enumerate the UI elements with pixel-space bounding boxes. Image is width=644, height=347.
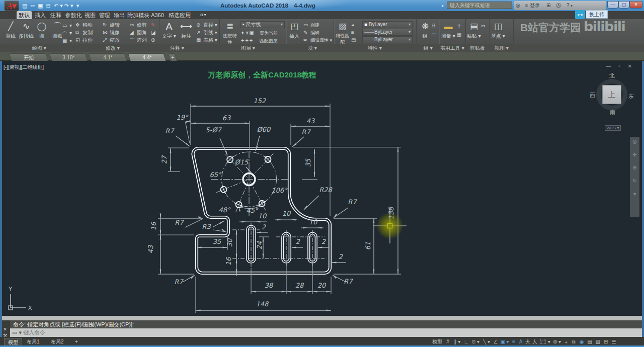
ribbon-tab-9[interactable]: A360 (150, 11, 165, 19)
viewcube-west[interactable]: 西 (590, 92, 595, 99)
nav-more-icon[interactable]: ▾ (630, 191, 639, 204)
ribbon-tab-3[interactable]: 注释 (49, 11, 63, 19)
view-base-tool[interactable]: ◫基点 ▾ (491, 21, 505, 40)
layout-tab-布局1[interactable]: 布局1 (23, 338, 43, 346)
panel-label-6[interactable]: 特性 ▾ (360, 45, 390, 52)
modify-tool-1[interactable]: ✥移动 (75, 21, 93, 29)
measure-tool[interactable]: ▬测量 ▾ (441, 21, 456, 40)
annotation-dim-tool[interactable]: ⟷标注 (178, 21, 194, 40)
panel-label-9[interactable]: 剪贴板 (468, 45, 487, 52)
layer-properties-tool[interactable]: ≣图层特性 (221, 21, 238, 46)
draw-ellipse-tool[interactable]: ◠▾ (62, 29, 72, 37)
viewcube-north[interactable]: 北 (609, 72, 615, 79)
modify-extra-2[interactable]: ◪ (151, 29, 158, 36)
modify-tool-8[interactable]: ◢圆角 (130, 29, 147, 36)
close-button[interactable]: ✕ (629, 1, 642, 9)
prop-ltype-icon[interactable]: ▤ (351, 36, 358, 44)
layer-row-1[interactable]: ✦☀▣置为当前 (240, 29, 278, 37)
bylayer-dropdown-2[interactable]: ——ByLayer▾ (362, 29, 413, 36)
nav-zoom-icon[interactable]: ⊕ (630, 165, 639, 178)
group-tool[interactable]: ❋组 (419, 21, 432, 40)
modify-extra-3[interactable]: ⊕ (151, 36, 158, 44)
layer-row-2[interactable]: ✦✦✦匹配图层 (240, 37, 278, 44)
ribbon-tab-10[interactable]: 精选应用 (166, 11, 194, 19)
property-match-tool[interactable]: ▨特性匹配 (335, 21, 350, 46)
prop-lines-icon[interactable]: ≡ (351, 29, 358, 36)
app-logo-icon[interactable]: A▾ (4, 1, 19, 11)
modify-tool-3[interactable]: ◱拉伸 (75, 36, 93, 44)
file-tab-4-1*[interactable]: 4-1* (89, 53, 127, 61)
status-icon-4[interactable]: ∟ (463, 338, 470, 346)
bilibili-icon[interactable]: ⊶ (575, 10, 585, 19)
status-icon-10[interactable]: A (517, 338, 524, 346)
modify-tool-4[interactable]: ↻旋转 (103, 21, 120, 29)
modify-tool-5[interactable]: ⋈镜像 (103, 29, 120, 36)
status-icon-13[interactable]: 1:1 ▾ (538, 338, 551, 346)
panel-label-5[interactable]: 块 ▾ (297, 45, 328, 52)
drawing-window-buttons[interactable]: — ▫ ✕ (606, 63, 635, 69)
modify-tool-9[interactable]: ⬚阵列 (130, 36, 147, 44)
status-icon-17[interactable]: ◉ (578, 338, 586, 346)
search-expand-icon[interactable]: ▸ (442, 3, 444, 8)
status-icon-16[interactable]: ⧉ (570, 338, 578, 346)
annotation-small-2[interactable]: ↗引线 ▾ (196, 29, 217, 36)
panel-label-3[interactable]: 注释 ▾ (162, 45, 192, 52)
panel-label-4[interactable]: 图层 ▾ (233, 45, 263, 52)
clip-extra-1[interactable]: ✂ (481, 22, 488, 30)
status-icon-8[interactable]: ▣ ▾ (499, 338, 510, 346)
status-icon-18[interactable]: ▤ (586, 338, 594, 346)
file-tab-3-10*[interactable]: 3-10* (49, 53, 88, 61)
draw-rect-tool[interactable]: ▭▾ (62, 22, 72, 29)
panel-label-8[interactable]: 实用工具 ▾ (437, 45, 467, 52)
ribbon-tab-7[interactable]: 输出 (112, 11, 126, 19)
annotation-small-3[interactable]: ▦表格 ▾ (196, 36, 217, 44)
layout-tab-模型[interactable]: 模型 (4, 338, 22, 346)
binoculars-icon[interactable]: ◎ (516, 3, 520, 8)
view-cube[interactable]: 上 (596, 79, 627, 110)
block-row-1[interactable]: ▭创建 (303, 21, 319, 29)
status-icon-15[interactable]: ＋ (562, 338, 570, 346)
block-row-2[interactable]: ✎编辑 (303, 29, 319, 36)
status-icon-6[interactable]: ╲ ▾ (481, 338, 492, 346)
viewcube-south[interactable]: 南 (610, 109, 615, 116)
file-tab-4-4*[interactable]: 4-4* (128, 53, 167, 61)
viewport-controls[interactable]: [-][俯视][二维线框] (4, 64, 44, 71)
status-icon-14[interactable]: ⊛ ▾ (551, 338, 562, 346)
cart-icon[interactable]: ⊞ (546, 3, 550, 8)
ribbon-tab-4[interactable]: 参数化 (64, 11, 83, 19)
draw-tool-3[interactable]: ◯圆 (34, 21, 49, 40)
status-icon-5[interactable]: ⊙ ▾ (470, 338, 481, 346)
annotation-small-1[interactable]: ⊘直径 ▾ (196, 21, 217, 29)
quick-access-toolbar[interactable]: ▤ ▱ ▣ ⊟ ↶ ▾ ↷ ▾ ▾ (22, 2, 79, 9)
panel-label-2[interactable]: 修改 ▾ (98, 45, 128, 52)
draw-tool-1[interactable]: ╱直线 (3, 21, 18, 40)
drawing-canvas[interactable]: 1526319°43R7R75-Ø7Ø60Ø15273565°106°48°45… (0, 61, 644, 317)
modify-extra-1[interactable]: ✎ (151, 21, 158, 29)
status-icon-2[interactable]: # (444, 338, 452, 346)
status-icon-19[interactable]: ▧ (594, 338, 602, 346)
search-input[interactable]: 键入关键字或短语 (447, 2, 512, 9)
modify-tool-2[interactable]: ⧉复制 (75, 29, 93, 36)
login-label[interactable]: 登录 (530, 3, 540, 8)
annotation-text-tool[interactable]: A文字 ▾ (161, 21, 177, 40)
new-tab-button[interactable]: + (168, 53, 178, 61)
viewcube-face[interactable]: 上 (602, 85, 621, 104)
util-extra-1[interactable]: ✛ (457, 22, 464, 30)
status-icon-1[interactable]: 模型 (431, 338, 444, 346)
maximize-button[interactable]: ▢ (618, 1, 629, 9)
layout-tab-布局2[interactable]: 布局2 (47, 338, 67, 346)
util-extra-2[interactable]: ▦ (457, 31, 464, 39)
minimize-button[interactable]: — (607, 1, 618, 9)
layer-dropdown[interactable]: ▪ 尺寸线▾ (240, 21, 285, 28)
ribbon-tab-5[interactable]: 视图 (84, 11, 97, 19)
ribbon-tab-6[interactable]: 管理 (98, 11, 111, 19)
nav-wheel-icon[interactable]: ◎ (630, 139, 639, 152)
modify-tool-6[interactable]: ⤢缩放 (103, 36, 120, 44)
user-icon[interactable]: ⊙ (525, 3, 529, 8)
status-icon-11[interactable]: 犬 (524, 338, 531, 346)
help-icon[interactable]: ? (567, 3, 570, 8)
ribbon-extra-icon[interactable]: ◘ ▾ (197, 11, 209, 19)
status-icon-9[interactable]: ≡ (510, 338, 517, 346)
ribbon-tab-1[interactable]: 默认 (17, 11, 32, 19)
layout-tab-+[interactable]: + (71, 338, 82, 346)
